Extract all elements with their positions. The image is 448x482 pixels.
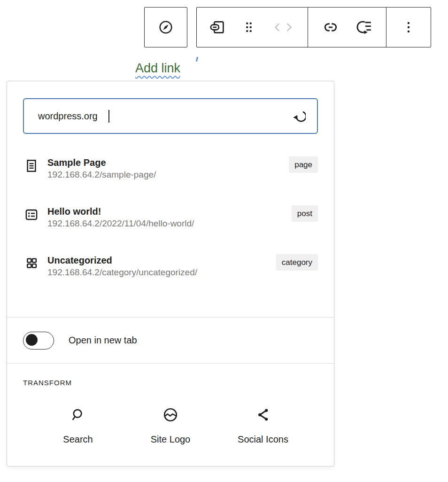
suggestion-sample-page[interactable]: Sample Page 192.168.64.2/sample-page/ pa… bbox=[23, 144, 318, 193]
toggle-knob bbox=[26, 334, 38, 346]
transform-section: TRANSFORM Search bbox=[7, 363, 334, 467]
transform-to-social-icons-button[interactable]: Social Icons bbox=[218, 406, 308, 445]
block-toolbar bbox=[196, 7, 431, 47]
suggestion-type-badge: page bbox=[289, 156, 318, 173]
transform-options: Search Site Logo bbox=[23, 406, 318, 445]
add-submenu-icon bbox=[355, 18, 372, 36]
link-search-wrap bbox=[7, 81, 334, 134]
category-icon bbox=[23, 255, 40, 274]
transform-heading: TRANSFORM bbox=[23, 379, 318, 387]
chevron-left-icon bbox=[271, 19, 283, 35]
toolbar-section-options bbox=[386, 8, 431, 47]
transform-to-site-logo-button[interactable]: Site Logo bbox=[126, 406, 215, 445]
block-toolbar-parent-group bbox=[144, 7, 187, 47]
custom-link-block-button[interactable] bbox=[207, 16, 229, 38]
link-button[interactable] bbox=[320, 16, 341, 38]
suggestion-uncategorized[interactable]: Uncategorized 192.168.64.2/category/unca… bbox=[23, 242, 318, 291]
move-left-right-buttons[interactable] bbox=[269, 17, 297, 37]
search-icon bbox=[70, 406, 86, 425]
text-cursor bbox=[108, 110, 109, 123]
add-submenu-button[interactable] bbox=[353, 16, 374, 38]
text-caret-mark bbox=[196, 57, 198, 62]
open-new-tab-label: Open in new tab bbox=[69, 335, 137, 346]
link-icon bbox=[322, 18, 340, 36]
suggestion-url: 192.168.64.2/sample-page/ bbox=[47, 169, 156, 181]
options-button[interactable] bbox=[399, 17, 418, 37]
open-new-tab-row: Open in new tab bbox=[7, 317, 334, 363]
toolbar-section-block bbox=[197, 8, 308, 47]
suggestion-url: 192.168.64.2/category/uncategorized/ bbox=[47, 266, 197, 279]
site-logo-icon bbox=[162, 406, 179, 425]
link-suggestions-list: Sample Page 192.168.64.2/sample-page/ pa… bbox=[7, 134, 334, 291]
post-icon bbox=[23, 206, 40, 225]
suggestion-hello-world[interactable]: Hello world! 192.168.64.2/2022/11/04/hel… bbox=[23, 193, 318, 242]
suggestion-type-badge: category bbox=[276, 254, 318, 271]
drag-handle-icon bbox=[241, 19, 257, 35]
suggestion-text: Uncategorized 192.168.64.2/category/unca… bbox=[47, 254, 197, 279]
toolbar-section-link bbox=[308, 8, 386, 47]
suggestion-title: Hello world! bbox=[47, 205, 194, 218]
suggestion-url: 192.168.64.2/2022/11/04/hello-world/ bbox=[47, 218, 194, 230]
suggestion-title: Uncategorized bbox=[47, 254, 197, 266]
suggestion-text: Sample Page 192.168.64.2/sample-page/ bbox=[47, 156, 156, 181]
page-icon bbox=[23, 157, 40, 176]
open-new-tab-toggle[interactable] bbox=[23, 332, 54, 350]
nav-link-placeholder[interactable]: Add link bbox=[135, 61, 180, 76]
suggestion-title: Sample Page bbox=[47, 156, 156, 169]
link-search-field[interactable] bbox=[23, 98, 318, 134]
social-icons-icon bbox=[255, 406, 271, 425]
more-vertical-icon bbox=[401, 19, 417, 35]
drag-handle[interactable] bbox=[239, 17, 259, 37]
transform-option-label: Social Icons bbox=[238, 434, 288, 445]
suggestion-type-badge: post bbox=[292, 205, 318, 222]
transform-option-label: Search bbox=[63, 434, 93, 445]
custom-link-icon bbox=[209, 18, 227, 36]
transform-to-search-button[interactable]: Search bbox=[33, 406, 123, 445]
link-popover: Sample Page 192.168.64.2/sample-page/ pa… bbox=[7, 81, 334, 466]
enter-return-icon bbox=[290, 108, 306, 124]
chevron-right-icon bbox=[283, 19, 295, 35]
transform-option-label: Site Logo bbox=[151, 434, 191, 445]
wordpress-editor-canvas: Add link bbox=[0, 0, 448, 482]
select-parent-navigation-button[interactable] bbox=[155, 17, 176, 38]
link-search-input[interactable] bbox=[38, 111, 108, 122]
navigation-compass-icon bbox=[157, 19, 174, 36]
suggestion-text: Hello world! 192.168.64.2/2022/11/04/hel… bbox=[47, 205, 194, 230]
